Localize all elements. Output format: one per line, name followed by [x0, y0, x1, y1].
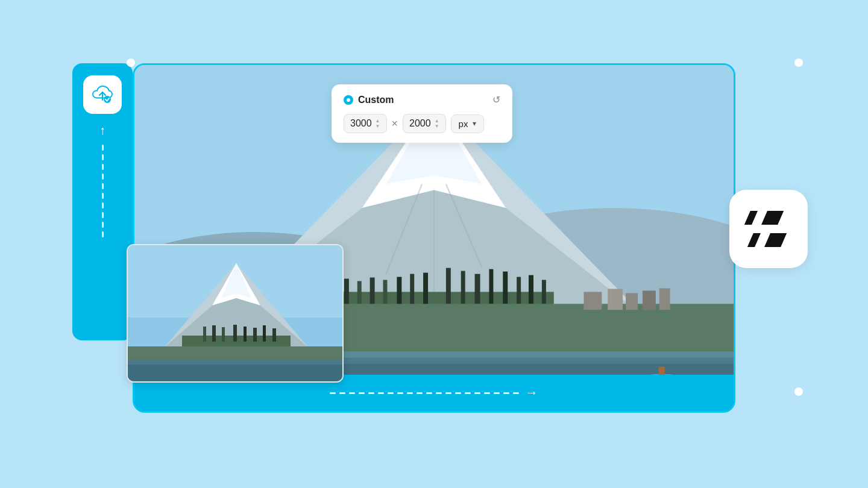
dimension-separator: × — [392, 117, 398, 130]
left-panel: ↑ — [72, 63, 133, 340]
dash-4 — [359, 392, 365, 394]
svg-rect-12 — [446, 268, 451, 304]
v-dash-8 — [102, 212, 104, 218]
custom-label: Custom — [358, 95, 394, 105]
svg-rect-19 — [542, 280, 546, 304]
svg-rect-53 — [212, 325, 216, 342]
v-dash-6 — [102, 193, 104, 199]
dash-12 — [436, 392, 442, 394]
svg-rect-15 — [489, 269, 493, 304]
dash-6 — [378, 392, 384, 394]
dash-15 — [465, 392, 471, 394]
svg-rect-18 — [529, 275, 533, 304]
svg-rect-51 — [272, 328, 276, 342]
cloud-upload-icon-box — [83, 75, 122, 114]
svg-rect-47 — [233, 325, 237, 342]
svg-rect-50 — [263, 325, 266, 342]
capcut-logo-box — [729, 190, 808, 268]
svg-rect-52 — [203, 327, 206, 342]
custom-radio-button[interactable] — [344, 95, 353, 105]
chevron-down-icon: ▾ — [473, 119, 476, 128]
svg-rect-13 — [461, 271, 465, 304]
svg-rect-31 — [626, 293, 638, 310]
dash-3 — [349, 392, 355, 394]
unit-select[interactable]: px ▾ — [451, 114, 485, 133]
width-spinners: ▲ ▼ — [376, 119, 380, 129]
up-arrow-icon: ↑ — [99, 124, 105, 137]
svg-rect-57 — [128, 364, 344, 383]
arrow-right-icon: → — [525, 385, 538, 401]
corner-dot-top-left — [127, 58, 135, 67]
v-dash-4 — [102, 174, 104, 180]
svg-rect-29 — [584, 292, 602, 310]
dash-14 — [455, 392, 461, 394]
dash-16 — [474, 392, 480, 394]
svg-rect-49 — [253, 328, 257, 342]
corner-dot-top-right — [794, 58, 803, 67]
dash-5 — [368, 392, 374, 394]
dash-8 — [397, 392, 403, 394]
v-dash-1 — [102, 145, 104, 151]
height-spinners: ▲ ▼ — [435, 119, 439, 129]
svg-rect-14 — [475, 274, 480, 304]
dash-20 — [513, 392, 519, 394]
dash-17 — [484, 392, 490, 394]
v-dash-3 — [102, 164, 104, 170]
dash-11 — [426, 392, 432, 394]
thumbnail-card — [127, 244, 344, 383]
dash-13 — [445, 392, 451, 394]
dash-7 — [388, 392, 394, 394]
dash-1 — [330, 392, 336, 394]
custom-label-row: Custom — [344, 95, 394, 105]
custom-panel: Custom ↺ 3000 ▲ ▼ × 2000 ▲ ▼ px — [332, 84, 512, 143]
main-scene: → ↑ — [72, 45, 796, 443]
capcut-logo-svg — [744, 208, 793, 250]
height-input[interactable]: 2000 ▲ ▼ — [403, 114, 446, 133]
height-up-spinner[interactable]: ▲ — [435, 119, 439, 124]
cloud-upload-svg — [91, 85, 114, 104]
dash-19 — [503, 392, 509, 394]
dashed-arrow-line: → — [330, 385, 538, 401]
dash-9 — [407, 392, 413, 394]
svg-rect-17 — [517, 277, 521, 304]
svg-rect-33 — [659, 288, 670, 310]
height-value: 2000 — [409, 118, 431, 129]
svg-rect-48 — [244, 327, 247, 342]
dash-18 — [494, 392, 500, 394]
dash-2 — [339, 392, 345, 394]
width-input[interactable]: 3000 ▲ ▼ — [344, 114, 387, 133]
width-up-spinner[interactable]: ▲ — [376, 119, 380, 124]
vertical-dashed-line: ↑ — [99, 124, 105, 237]
svg-rect-32 — [643, 290, 656, 310]
height-down-spinner[interactable]: ▼ — [435, 124, 439, 129]
unit-text: px — [459, 119, 468, 129]
width-down-spinner[interactable]: ▼ — [376, 124, 380, 129]
dash-10 — [417, 392, 423, 394]
svg-rect-54 — [222, 327, 225, 342]
reset-icon[interactable]: ↺ — [492, 94, 500, 105]
width-value: 3000 — [350, 118, 372, 129]
v-dash-5 — [102, 183, 104, 189]
v-dash-2 — [102, 154, 104, 160]
v-dash-9 — [102, 222, 104, 228]
v-dash-10 — [102, 231, 104, 237]
thumbnail-mountain-svg — [128, 245, 344, 383]
custom-panel-header: Custom ↺ — [344, 94, 500, 105]
svg-point-39 — [104, 96, 111, 103]
svg-rect-30 — [608, 289, 623, 310]
v-dash-7 — [102, 202, 104, 208]
custom-panel-inputs: 3000 ▲ ▼ × 2000 ▲ ▼ px ▾ — [344, 114, 500, 133]
corner-dot-bottom-right — [794, 387, 803, 396]
svg-rect-16 — [503, 272, 508, 304]
